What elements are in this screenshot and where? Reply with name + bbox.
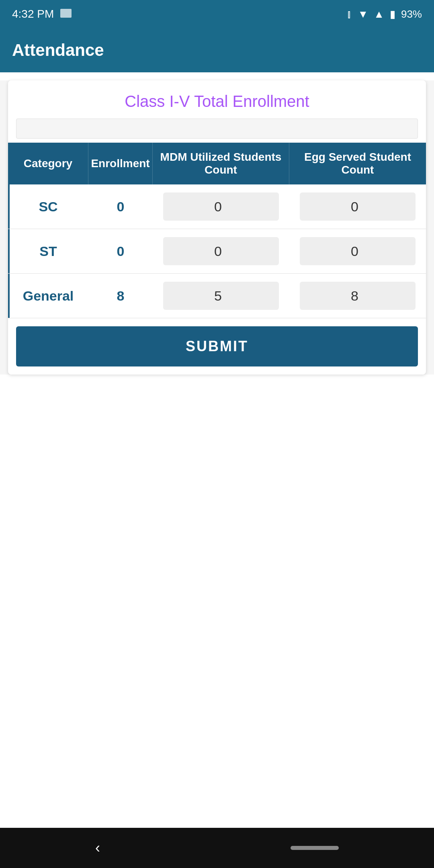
submit-button[interactable]: SUBMIT <box>16 326 418 366</box>
section-title: Class I-V Total Enrollment <box>8 80 426 119</box>
egg-count-st[interactable] <box>289 233 426 269</box>
mdm-input-sc[interactable] <box>163 192 279 221</box>
mdm-count-sc[interactable] <box>153 188 289 225</box>
search-bar[interactable] <box>16 119 418 139</box>
enrollment-general: 8 <box>88 284 153 308</box>
back-button[interactable]: ‹ <box>95 839 100 856</box>
table-row: ST 0 <box>8 229 426 274</box>
egg-input-general[interactable] <box>300 282 416 310</box>
battery-icon: ▮ <box>390 8 395 20</box>
egg-count-general[interactable] <box>289 278 426 314</box>
egg-input-sc[interactable] <box>300 192 416 221</box>
category-st: ST <box>8 240 88 263</box>
header-category: Category <box>8 143 88 184</box>
bottom-navigation: ‹ <box>0 828 434 868</box>
mdm-input-st[interactable] <box>163 237 279 265</box>
app-bar: Attendance <box>0 28 434 72</box>
header-mdm-count: MDM Utilized Students Count <box>153 143 289 184</box>
screenshot-icon <box>60 8 72 20</box>
signal-icon: ▼ <box>358 8 368 20</box>
egg-count-sc[interactable] <box>289 188 426 225</box>
mdm-input-general[interactable] <box>163 282 279 310</box>
mdm-count-general[interactable] <box>153 278 289 314</box>
enrollment-card: Class I-V Total Enrollment Category Enro… <box>8 80 426 375</box>
main-content: Class I-V Total Enrollment Category Enro… <box>0 80 434 375</box>
status-bar: 4:32 PM ⫿ ▼ ▲ ▮ 93% <box>0 0 434 28</box>
header-enrollment: Enrollment <box>88 143 153 184</box>
wifi-icon: ▲ <box>374 8 384 20</box>
category-general: General <box>8 284 88 308</box>
category-sc: SC <box>8 195 88 219</box>
table-header: Category Enrollment MDM Utilized Student… <box>8 143 426 184</box>
time-display: 4:32 PM <box>12 8 54 20</box>
battery-percent: 93% <box>401 8 422 20</box>
enrollment-sc: 0 <box>88 195 153 219</box>
search-area <box>8 119 426 143</box>
enrollment-st: 0 <box>88 240 153 263</box>
vibrate-icon: ⫿ <box>347 8 352 20</box>
table-row: SC 0 <box>8 184 426 229</box>
app-bar-title: Attendance <box>12 41 104 60</box>
header-egg-count: Egg Served Student Count <box>289 143 426 184</box>
table-row: General 8 <box>8 274 426 318</box>
status-bar-right: ⫿ ▼ ▲ ▮ 93% <box>347 8 422 20</box>
status-bar-left: 4:32 PM <box>12 8 72 20</box>
egg-input-st[interactable] <box>300 237 416 265</box>
home-pill[interactable] <box>291 846 339 850</box>
mdm-count-st[interactable] <box>153 233 289 269</box>
